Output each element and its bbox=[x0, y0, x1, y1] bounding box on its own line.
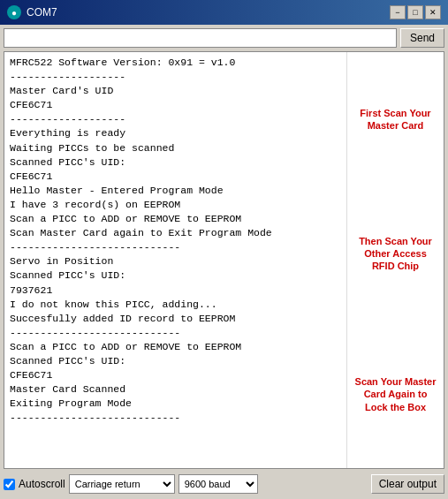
baud-rate-dropdown[interactable]: 300 baud 1200 baud 2400 baud 4800 baud 9… bbox=[178, 474, 258, 494]
side-label-2: Then Scan Your Other Access RFID Chip bbox=[351, 231, 440, 276]
bottom-bar: Autoscroll Carriage return No line endin… bbox=[4, 473, 444, 495]
carriage-return-dropdown[interactable]: Carriage return No line ending Newline B… bbox=[69, 474, 175, 494]
title-bar: ● COM7 − □ ✕ bbox=[0, 0, 448, 25]
send-input[interactable] bbox=[4, 28, 397, 48]
side-label-3: Scan Your Master Card Again to Lock the … bbox=[351, 372, 440, 417]
autoscroll-checkbox[interactable] bbox=[4, 479, 15, 490]
autoscroll-container: Autoscroll bbox=[4, 478, 65, 490]
content-area: MFRC522 Software Version: 0x91 = v1.0 --… bbox=[4, 51, 444, 469]
window-controls: − □ ✕ bbox=[390, 5, 441, 19]
side-labels: First Scan Your Master Card Then Scan Yo… bbox=[346, 52, 444, 468]
title-bar-left: ● COM7 bbox=[7, 5, 57, 19]
app-icon: ● bbox=[7, 5, 21, 19]
minimize-button[interactable]: − bbox=[390, 5, 406, 19]
autoscroll-label: Autoscroll bbox=[19, 478, 65, 490]
close-button[interactable]: ✕ bbox=[425, 5, 441, 19]
send-button[interactable]: Send bbox=[400, 28, 444, 48]
maximize-button[interactable]: □ bbox=[407, 5, 423, 19]
terminal-output: MFRC522 Software Version: 0x91 = v1.0 --… bbox=[4, 52, 346, 468]
window-title: COM7 bbox=[27, 6, 57, 19]
main-container: Send MFRC522 Software Version: 0x91 = v1… bbox=[0, 25, 448, 499]
clear-output-button[interactable]: Clear output bbox=[371, 474, 444, 494]
toolbar: Send bbox=[4, 28, 444, 48]
side-label-1: First Scan Your Master Card bbox=[351, 103, 440, 136]
